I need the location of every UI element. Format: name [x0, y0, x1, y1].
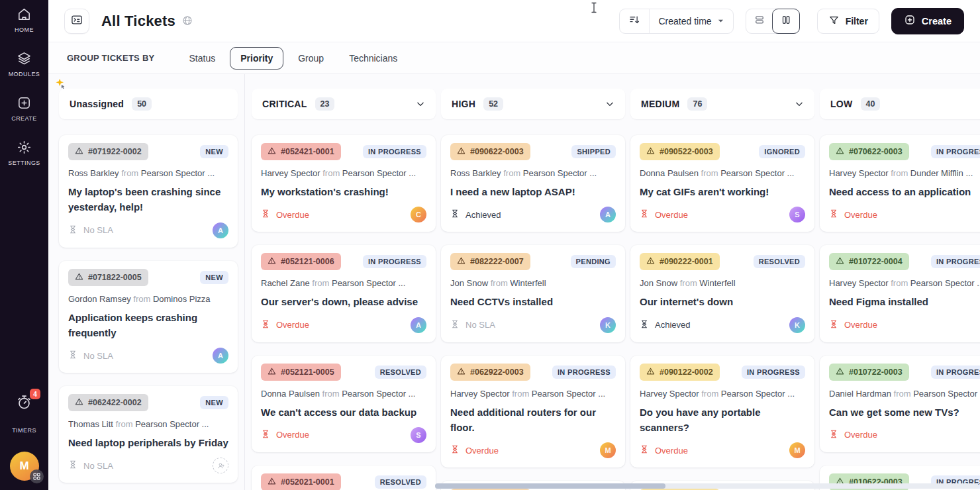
ticket-id-pill: #062922-0003: [450, 364, 530, 381]
ticket-requester: Gordon Ramsey from Dominos Pizza: [68, 294, 228, 304]
ticket-company: Winterfell: [510, 278, 546, 288]
ticket-id-pill: #090522-0003: [640, 143, 720, 160]
main: All Tickets Created time: [48, 0, 980, 490]
ticket-sla-label: No SLA: [466, 320, 495, 330]
ticket-sla-label: Overdue: [276, 210, 309, 220]
ticket-status-badge: IGNORED: [759, 145, 805, 158]
warning-triangle-icon: [268, 477, 276, 487]
create-button[interactable]: Create: [891, 8, 964, 34]
tab-priority[interactable]: Priority: [230, 47, 283, 70]
ticket-id: #082222-0007: [470, 257, 524, 266]
ticket-card[interactable]: #071822-0005 NEW Gordon Ramsey from Domi…: [59, 261, 238, 373]
ticket-card[interactable]: #090122-0002 IN PROGRESS Harvey Spector …: [630, 356, 814, 468]
sidebar-item-create[interactable]: CREATE: [11, 95, 37, 122]
ticket-card[interactable]: #090222-0001 RESOLVED Jon Snow from Wint…: [630, 245, 814, 342]
tab-status[interactable]: Status: [179, 47, 226, 70]
column-title: LOW: [830, 99, 853, 109]
sidebar-item-modules[interactable]: MODULES: [9, 51, 40, 77]
ticket-id: #090222-0001: [660, 257, 713, 266]
user-avatar-initial: M: [19, 460, 28, 473]
ticket-view-icon-button[interactable]: [64, 9, 89, 34]
list-view-button[interactable]: [746, 9, 773, 33]
workspace-switcher-icon[interactable]: [30, 469, 44, 483]
ticket-id: #090522-0003: [660, 147, 713, 156]
column-unassigned: Unassigned 50 #071922-0002 NEW Ross Bark…: [59, 74, 238, 490]
column-collapse-button[interactable]: [795, 99, 804, 109]
hourglass-icon: [640, 319, 649, 331]
filter-button[interactable]: Filter: [817, 9, 879, 34]
group-by-bar: GROUP TICKETS BY Status Priority Group T…: [48, 42, 980, 74]
ticket-assignee-avatar[interactable]: M: [789, 442, 805, 458]
ticket-card[interactable]: #052121-0006 IN PROGRESS Rachel Zane fro…: [252, 245, 436, 342]
ticket-from-label: from: [512, 389, 532, 399]
hourglass-icon: [450, 319, 460, 331]
ticket-card[interactable]: #090622-0003 SHIPPED Ross Barkley from P…: [441, 135, 625, 232]
ticket-card[interactable]: #062422-0002 NEW Thomas Litt from Pearso…: [59, 386, 238, 483]
ticket-card[interactable]: #052421-0001 IN PROGRESS Harvey Spector …: [252, 135, 436, 232]
column-high: HIGH 52 #090622-0003 SHIPPED Ross Barkle…: [441, 74, 625, 490]
ticket-assignee-avatar[interactable]: A: [213, 348, 228, 364]
kanban-view-button[interactable]: [772, 9, 800, 34]
ticket-sla: No SLA: [68, 224, 113, 236]
ticket-assignee-avatar[interactable]: A: [213, 222, 228, 238]
ticket-card[interactable]: #010722-0004 IN PROGRESS Harvey Spector …: [820, 245, 980, 342]
ticket-requester-name: Jon Snow: [450, 278, 488, 288]
ticket-company: Dunder Mifflin ...: [910, 168, 973, 178]
ticket-card[interactable]: #070622-0003 IN PROGRESS Harvey Spector …: [820, 135, 980, 232]
sidebar-item-settings[interactable]: SETTINGS: [8, 140, 40, 166]
ticket-assignee-avatar[interactable]: M: [600, 442, 616, 458]
create-icon: [17, 95, 32, 111]
ticket-assignee-avatar[interactable]: K: [789, 317, 805, 333]
sort-direction-button[interactable]: [620, 9, 649, 33]
column-header: Unassigned 50: [59, 89, 238, 119]
ticket-card[interactable]: #010722-0003 IN PROGRESS Daniel Hardman …: [820, 356, 980, 452]
column-cards: #090522-0003 IGNORED Donna Paulsen from …: [630, 135, 814, 490]
column-cards: #071922-0002 NEW Ross Barkley from Pears…: [59, 135, 238, 490]
warning-triangle-icon: [646, 146, 655, 157]
ticket-assignee-avatar[interactable]: S: [411, 427, 426, 443]
ticket-assignee-avatar[interactable]: K: [600, 317, 616, 333]
assign-agent-icon[interactable]: [213, 458, 228, 473]
topbar: All Tickets Created time: [48, 0, 980, 42]
ticket-subject: Our internet's down: [640, 294, 805, 309]
page-title: All Tickets: [101, 13, 175, 30]
ticket-card[interactable]: #062922-0003 IN PROGRESS Harvey Spector …: [441, 356, 625, 468]
ticket-company: Pearson Spector ...: [342, 168, 416, 178]
ticket-assignee-avatar[interactable]: S: [789, 207, 805, 222]
ticket-from-label: from: [680, 278, 700, 288]
warning-triangle-icon: [646, 256, 655, 267]
column-count: 52: [483, 97, 503, 111]
ticket-requester-name: Harvey Spector: [450, 389, 510, 399]
ticket-company: Pearson Spector ...: [910, 278, 980, 288]
ticket-card[interactable]: #052021-0001 RESOLVED: [252, 466, 436, 490]
ticket-assignee-avatar[interactable]: C: [411, 207, 426, 222]
ticket-assignee-avatar[interactable]: A: [411, 317, 426, 333]
column-collapse-button[interactable]: [416, 99, 425, 109]
column-header: MEDIUM 76: [630, 89, 814, 119]
ticket-requester-name: Gordon Ramsey: [68, 294, 131, 304]
ticket-status-badge: SHIPPED: [571, 145, 616, 158]
column-cards: #090622-0003 SHIPPED Ross Barkley from P…: [441, 135, 625, 490]
column-low: LOW 40 #070622-0003 IN PROGRESS Harvey S…: [820, 74, 980, 490]
ticket-requester: Harvey Spector from Pearson Spector ...: [261, 168, 426, 178]
sidebar-item-timers[interactable]: 4 TIMERS: [12, 394, 36, 434]
sidebar: HOME MODULES CREATE SETTINGS 4: [0, 0, 48, 490]
sidebar-item-label: HOME: [15, 26, 34, 33]
text-cursor: [590, 2, 598, 16]
tab-group[interactable]: Group: [287, 47, 334, 70]
tab-technicians[interactable]: Technicians: [338, 47, 408, 70]
sidebar-item-home[interactable]: HOME: [15, 7, 34, 33]
ticket-card[interactable]: #071922-0002 NEW Ross Barkley from Pears…: [59, 135, 238, 248]
ticket-sla-label: Overdue: [276, 430, 309, 440]
column-collapse-button[interactable]: [605, 99, 614, 109]
ticket-card[interactable]: #090522-0003 IGNORED Donna Paulsen from …: [630, 135, 814, 232]
user-avatar[interactable]: M: [10, 452, 39, 481]
ticket-requester: Daniel Hardman from Pearson Spector ...: [829, 389, 980, 399]
ticket-assignee-avatar[interactable]: A: [600, 207, 616, 222]
sidebar-item-label: SETTINGS: [8, 160, 40, 166]
warning-triangle-icon: [836, 367, 844, 377]
horizontal-scrollbar-thumb[interactable]: [435, 483, 665, 489]
ticket-card[interactable]: #082222-0007 PENDING Jon Snow from Winte…: [441, 245, 625, 342]
sort-by-dropdown[interactable]: Created time: [649, 9, 732, 33]
ticket-card[interactable]: #052121-0005 RESOLVED Donna Paulsen from…: [252, 356, 436, 452]
